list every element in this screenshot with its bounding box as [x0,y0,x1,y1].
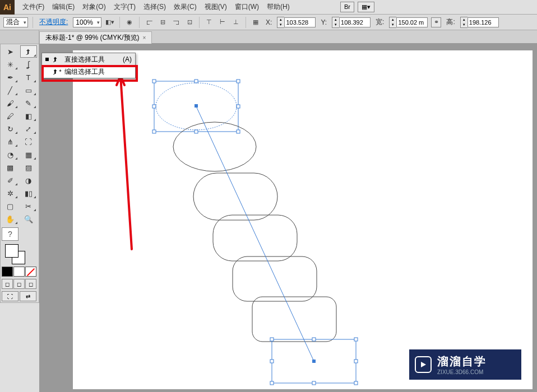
symbol-sprayer-tool[interactable]: ✲ [2,187,18,199]
align-icon-2[interactable]: ⊟ [158,17,168,27]
align-icon-1[interactable]: ⫍ [144,17,154,27]
menu-type[interactable]: 文字(T) [110,0,139,14]
bridge-button[interactable]: Br [340,2,354,12]
slice-tool[interactable]: ✂ [20,200,37,212]
none-fill-button[interactable] [25,267,36,277]
brush-tool[interactable]: 🖌 [2,97,18,109]
width-tool[interactable]: ⋔ [2,136,18,148]
y-stepper[interactable]: ▴▾ [332,17,371,28]
rectangle-tool[interactable]: ▭ [20,84,37,96]
canvas-area[interactable]: 溜溜自学 ZIXUE.3D66.COM [39,44,537,392]
lasso-tool[interactable]: ʆ [20,58,37,71]
transform-anchor-icon[interactable]: ▦ [251,17,261,27]
svg-rect-0 [152,80,156,83]
w-input[interactable] [396,17,428,27]
document-tab-title: 未标题-1* @ 99% (CMYK/预览) [45,33,140,43]
menu-file[interactable]: 文件(F) [19,0,48,14]
blend-spine [196,106,314,361]
opacity-label[interactable]: 不透明度: [38,17,70,27]
artboard-tool[interactable]: ▢ [2,200,18,212]
play-icon [415,356,432,373]
toggle-panel-button[interactable]: ⇄ [20,291,36,301]
eyedropper-tool[interactable]: ✐ [2,174,18,186]
rotate-tool[interactable]: ↻ [2,123,18,135]
svg-rect-14 [270,381,274,385]
direct-selection-tool[interactable]: ⮭ [20,45,37,58]
menu-help[interactable]: 帮助(H) [263,0,293,14]
shape-builder-tool[interactable]: ◔ [2,148,18,161]
document-tab[interactable]: 未标题-1* @ 99% (CMYK/预览) × [39,31,152,44]
link-wh-icon[interactable]: ⚭ [431,17,441,27]
menu-edit[interactable]: 编辑(E) [49,0,78,14]
menu-select[interactable]: 选择(S) [140,0,169,14]
svg-rect-5 [152,130,156,133]
svg-rect-2 [237,80,240,83]
gradient-tool[interactable]: ▨ [20,161,37,174]
graph-tool[interactable]: ▮▯ [20,187,37,199]
artboard[interactable] [73,50,533,389]
close-tab-icon[interactable]: × [143,35,146,41]
draw-normal-icon[interactable]: ◻ [2,279,13,289]
svg-rect-4 [237,105,240,108]
screen-mode-button[interactable]: ⛶ [2,291,18,301]
active-dot-icon [45,58,49,61]
menu-object[interactable]: 对象(O) [79,0,109,14]
blob-brush-tool[interactable]: 🖊 [2,110,18,122]
blend-step-shape [193,173,277,220]
svg-rect-12 [270,360,274,363]
free-transform-tool[interactable]: ⛶ [20,136,37,148]
pen-tool[interactable]: ✒ [2,71,18,83]
fill-stroke-swatch[interactable] [2,243,38,265]
menu-view[interactable]: 视图(V) [201,0,230,14]
opacity-dropdown[interactable]: 100% [73,17,101,27]
x-label: X: [264,18,274,26]
blend-mode-dropdown[interactable]: 混合 [3,17,28,27]
align-v-3[interactable]: ⊥ [231,17,241,27]
menu-effect[interactable]: 效果(C) [170,0,200,14]
pencil-tool[interactable]: ✎ [20,97,37,109]
tool-help-button[interactable]: ? [2,227,18,241]
align-icon-3[interactable]: ⫎ [171,17,181,27]
h-stepper[interactable]: ▴▾ [460,17,499,28]
flyout-direct-label: 直接选择工具 [64,55,105,64]
blend-tool[interactable]: ◑ [20,174,37,186]
hand-tool[interactable]: ✋ [2,213,18,225]
tool-grid: ➤ ⮭ ✳ ʆ ✒ T ╱ ▭ 🖌 ✎ 🖊 ◧ ↻ ⤢ ⋔ ⛶ ◔ ▦ ▩ ▨ … [2,45,38,225]
magic-wand-tool[interactable]: ✳ [2,58,18,71]
group-select-cursor-icon: ⮭⁺ [52,68,61,76]
draw-inside-icon[interactable]: ◻ [25,279,36,289]
blend-step-shape [233,256,317,301]
type-tool[interactable]: T [20,71,37,83]
svg-rect-6 [195,130,198,133]
flyout-direct-select[interactable]: ⮭ 直接选择工具 (A) [42,53,135,66]
color-fill-button[interactable] [2,267,13,277]
flyout-group-select[interactable]: ⮭⁺ 编组选择工具 [42,66,135,78]
eraser-tool[interactable]: ◧ [20,110,37,122]
zoom-tool[interactable]: 🔍 [20,213,37,225]
h-input[interactable] [467,17,499,27]
divider [139,17,140,28]
artwork-svg [73,50,533,389]
gradient-fill-button[interactable] [13,267,25,277]
align-v-1[interactable]: ⊤ [204,17,214,27]
arrange-button[interactable]: ▦▾ [358,2,374,12]
fill-swatch[interactable] [5,244,18,258]
w-stepper[interactable]: ▴▾ [389,17,428,28]
watermark-brand: 溜溜自学 [437,354,487,369]
y-input[interactable] [339,17,371,27]
align-v-2[interactable]: ⊢ [217,17,228,27]
x-stepper[interactable]: ▴▾ [277,17,316,28]
menu-window[interactable]: 窗口(W) [232,0,262,14]
x-input[interactable] [284,17,316,27]
perspective-tool[interactable]: ▦ [20,148,37,161]
svg-rect-9 [270,338,274,341]
scale-tool[interactable]: ⤢ [20,123,37,135]
selection-tool[interactable]: ➤ [2,45,18,58]
draw-behind-icon[interactable]: ◻ [13,279,25,289]
line-tool[interactable]: ╱ [2,84,18,96]
align-icon-4[interactable]: ⊡ [184,17,195,27]
style-icon[interactable]: ◧▾ [105,17,115,27]
menu-bar: Ai 文件(F) 编辑(E) 对象(O) 文字(T) 选择(S) 效果(C) 视… [0,0,537,15]
mesh-tool[interactable]: ▩ [2,161,18,174]
recolor-icon[interactable]: ◉ [124,17,135,27]
